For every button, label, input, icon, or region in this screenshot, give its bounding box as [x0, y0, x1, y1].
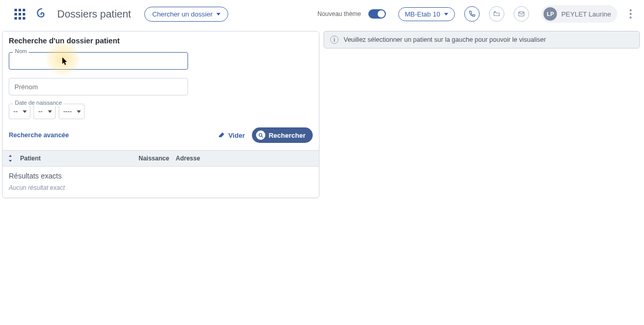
folder-open-icon [493, 10, 500, 18]
mail-button[interactable] [514, 6, 529, 22]
results-section: Résultats exacts Aucun résultat exact [3, 167, 319, 198]
dob-year-value: ---- [63, 108, 72, 115]
exact-results-title: Résultats exacts [9, 172, 313, 180]
folder-button[interactable] [489, 6, 504, 22]
svg-line-2 [262, 136, 263, 137]
user-menu[interactable]: LP PEYLET Laurine [541, 5, 617, 23]
search-dossier-label: Chercher un dossier [152, 10, 212, 18]
chevron-down-icon [48, 110, 52, 113]
info-text: Veuillez sélectionner un patient sur la … [344, 36, 546, 43]
info-banner: i Veuillez sélectionner un patient sur l… [324, 31, 640, 48]
user-name: PEYLET Laurine [561, 10, 611, 18]
name-input[interactable] [9, 52, 188, 70]
chevron-down-icon [23, 110, 27, 113]
search-dossier-dropdown[interactable]: Chercher un dossier [144, 7, 228, 22]
name-label: Nom [13, 48, 29, 54]
col-address[interactable]: Adresse [176, 155, 314, 162]
phone-button[interactable] [464, 6, 480, 22]
main-area: Recherche d'un dossier patient Nom Date … [0, 28, 644, 325]
apps-grid-icon[interactable] [14, 9, 25, 20]
search-panel: Recherche d'un dossier patient Nom Date … [2, 31, 319, 198]
name-field-group: Nom [9, 52, 313, 70]
mail-icon [518, 10, 525, 18]
app-logo-icon [36, 8, 48, 20]
col-patient[interactable]: Patient [20, 155, 133, 162]
clear-button[interactable]: Vider [218, 132, 245, 139]
results-table-header: Patient Naissance Adresse [3, 150, 319, 167]
avatar: LP [544, 7, 557, 21]
chevron-down-icon [77, 110, 81, 113]
establishment-label: MB-Etab 10 [405, 10, 440, 18]
establishment-select[interactable]: MB-Etab 10 [398, 7, 455, 21]
chevron-down-icon [216, 13, 221, 15]
search-icon [256, 131, 265, 140]
reorder-handle-icon[interactable] [8, 155, 15, 162]
dob-month-select[interactable]: -- [33, 104, 55, 119]
search-actions: Recherche avancée Vider Rechercher [9, 127, 313, 143]
firstname-input[interactable] [9, 78, 188, 95]
clear-label: Vider [228, 132, 245, 139]
overflow-menu-button[interactable] [629, 6, 633, 22]
firstname-field-group [9, 78, 313, 95]
dob-day-select[interactable]: -- [9, 104, 30, 119]
search-button-label: Rechercher [268, 132, 306, 139]
eraser-icon [218, 132, 225, 139]
dob-day-value: -- [13, 108, 18, 115]
theme-label: Nouveau thème [317, 10, 361, 18]
theme-toggle[interactable] [368, 9, 386, 19]
dob-label: Date de naissance [13, 100, 64, 106]
dob-field-group: Date de naissance -- -- ---- [9, 104, 313, 119]
app-header: Dossiers patient Chercher un dossier Nou… [0, 0, 644, 28]
search-title: Recherche d'un dossier patient [9, 37, 313, 45]
dob-year-select[interactable]: ---- [59, 104, 85, 119]
detail-panel: i Veuillez sélectionner un patient sur l… [324, 31, 640, 48]
search-button[interactable]: Rechercher [252, 127, 313, 143]
page-title: Dossiers patient [57, 8, 131, 20]
no-results-text: Aucun résultat exact [9, 184, 313, 191]
info-icon: i [330, 36, 338, 44]
advanced-search-link[interactable]: Recherche avancée [9, 132, 69, 139]
dob-month-value: -- [38, 108, 42, 115]
chevron-down-icon [444, 13, 448, 15]
svg-point-1 [259, 133, 262, 136]
phone-icon [468, 10, 476, 18]
col-birth[interactable]: Naissance [139, 155, 171, 162]
